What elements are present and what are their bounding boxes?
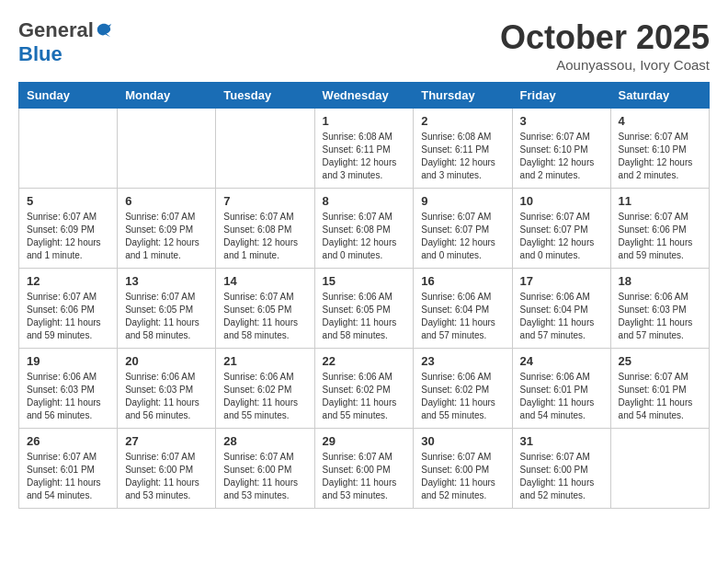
day-number: 3 — [520, 114, 603, 128]
calendar-cell: 28Sunrise: 6:07 AMSunset: 6:00 PMDayligh… — [216, 429, 314, 509]
location: Aounyassou, Ivory Coast — [500, 57, 710, 73]
calendar-cell: 9Sunrise: 6:07 AMSunset: 6:07 PMDaylight… — [414, 189, 512, 269]
page-header: General Blue October 2025 Aounyassou, Iv… — [18, 18, 710, 73]
day-info: Sunrise: 6:07 AMSunset: 6:00 PMDaylight:… — [520, 451, 603, 502]
day-number: 19 — [27, 354, 109, 368]
day-info: Sunrise: 6:06 AMSunset: 6:03 PMDaylight:… — [619, 291, 701, 342]
calendar-cell: 18Sunrise: 6:06 AMSunset: 6:03 PMDayligh… — [610, 269, 709, 349]
day-info: Sunrise: 6:07 AMSunset: 6:09 PMDaylight:… — [27, 211, 109, 262]
calendar-cell: 31Sunrise: 6:07 AMSunset: 6:00 PMDayligh… — [512, 429, 610, 509]
day-number: 17 — [520, 274, 603, 288]
calendar-cell: 4Sunrise: 6:07 AMSunset: 6:10 PMDaylight… — [610, 109, 709, 189]
day-info: Sunrise: 6:06 AMSunset: 6:03 PMDaylight:… — [125, 371, 208, 422]
title-section: October 2025 Aounyassou, Ivory Coast — [500, 18, 710, 73]
day-number: 22 — [323, 354, 406, 368]
day-info: Sunrise: 6:07 AMSunset: 6:01 PMDaylight:… — [619, 371, 701, 422]
calendar-header-monday: Monday — [118, 83, 216, 109]
calendar-cell: 26Sunrise: 6:07 AMSunset: 6:01 PMDayligh… — [19, 429, 118, 509]
calendar-cell: 27Sunrise: 6:07 AMSunset: 6:00 PMDayligh… — [118, 429, 216, 509]
day-info: Sunrise: 6:07 AMSunset: 6:10 PMDaylight:… — [520, 131, 603, 182]
day-number: 20 — [125, 354, 208, 368]
day-info: Sunrise: 6:06 AMSunset: 6:02 PMDaylight:… — [323, 371, 406, 422]
day-number: 12 — [27, 274, 109, 288]
calendar-header-friday: Friday — [512, 83, 610, 109]
day-info: Sunrise: 6:06 AMSunset: 6:03 PMDaylight:… — [27, 371, 109, 422]
day-number: 4 — [619, 114, 701, 128]
calendar-cell: 11Sunrise: 6:07 AMSunset: 6:06 PMDayligh… — [610, 189, 709, 269]
logo: General Blue — [18, 18, 112, 66]
day-info: Sunrise: 6:07 AMSunset: 6:09 PMDaylight:… — [125, 211, 208, 262]
calendar-table: SundayMondayTuesdayWednesdayThursdayFrid… — [18, 82, 710, 509]
calendar-header-saturday: Saturday — [610, 83, 709, 109]
calendar-cell: 19Sunrise: 6:06 AMSunset: 6:03 PMDayligh… — [19, 349, 118, 429]
calendar-cell: 17Sunrise: 6:06 AMSunset: 6:04 PMDayligh… — [512, 269, 610, 349]
calendar-cell: 20Sunrise: 6:06 AMSunset: 6:03 PMDayligh… — [118, 349, 216, 429]
day-number: 11 — [619, 194, 701, 208]
day-number: 14 — [223, 274, 306, 288]
calendar-cell: 30Sunrise: 6:07 AMSunset: 6:00 PMDayligh… — [414, 429, 512, 509]
calendar-cell: 6Sunrise: 6:07 AMSunset: 6:09 PMDaylight… — [118, 189, 216, 269]
calendar-header-row: SundayMondayTuesdayWednesdayThursdayFrid… — [19, 83, 710, 109]
day-info: Sunrise: 6:07 AMSunset: 6:00 PMDaylight:… — [223, 451, 306, 502]
logo-bird-icon — [96, 22, 112, 39]
day-number: 5 — [27, 194, 109, 208]
day-number: 16 — [421, 274, 504, 288]
day-number: 6 — [125, 194, 208, 208]
day-number: 15 — [323, 274, 406, 288]
day-info: Sunrise: 6:06 AMSunset: 6:02 PMDaylight:… — [223, 371, 306, 422]
day-info: Sunrise: 6:07 AMSunset: 6:10 PMDaylight:… — [619, 131, 701, 182]
calendar-cell: 10Sunrise: 6:07 AMSunset: 6:07 PMDayligh… — [512, 189, 610, 269]
day-info: Sunrise: 6:06 AMSunset: 6:05 PMDaylight:… — [323, 291, 406, 342]
day-number: 26 — [27, 434, 109, 448]
calendar-week-row: 12Sunrise: 6:07 AMSunset: 6:06 PMDayligh… — [19, 269, 710, 349]
calendar-cell: 1Sunrise: 6:08 AMSunset: 6:11 PMDaylight… — [314, 109, 414, 189]
calendar-week-row: 26Sunrise: 6:07 AMSunset: 6:01 PMDayligh… — [19, 429, 710, 509]
day-number: 28 — [223, 434, 306, 448]
calendar-cell: 12Sunrise: 6:07 AMSunset: 6:06 PMDayligh… — [19, 269, 118, 349]
calendar-header-sunday: Sunday — [19, 83, 118, 109]
calendar-cell: 22Sunrise: 6:06 AMSunset: 6:02 PMDayligh… — [314, 349, 414, 429]
day-info: Sunrise: 6:07 AMSunset: 6:07 PMDaylight:… — [421, 211, 504, 262]
calendar-cell: 8Sunrise: 6:07 AMSunset: 6:08 PMDaylight… — [314, 189, 414, 269]
day-number: 27 — [125, 434, 208, 448]
day-number: 18 — [619, 274, 701, 288]
day-number: 31 — [520, 434, 603, 448]
day-number: 25 — [619, 354, 701, 368]
day-info: Sunrise: 6:07 AMSunset: 6:05 PMDaylight:… — [125, 291, 208, 342]
month-title: October 2025 — [500, 18, 710, 57]
calendar-cell: 14Sunrise: 6:07 AMSunset: 6:05 PMDayligh… — [216, 269, 314, 349]
calendar-cell — [610, 429, 709, 509]
calendar-cell: 13Sunrise: 6:07 AMSunset: 6:05 PMDayligh… — [118, 269, 216, 349]
day-info: Sunrise: 6:06 AMSunset: 6:01 PMDaylight:… — [520, 371, 603, 422]
day-number: 21 — [223, 354, 306, 368]
day-info: Sunrise: 6:07 AMSunset: 6:00 PMDaylight:… — [323, 451, 406, 502]
day-number: 10 — [520, 194, 603, 208]
day-info: Sunrise: 6:08 AMSunset: 6:11 PMDaylight:… — [421, 131, 504, 182]
day-number: 23 — [421, 354, 504, 368]
day-number: 7 — [223, 194, 306, 208]
calendar-cell: 15Sunrise: 6:06 AMSunset: 6:05 PMDayligh… — [314, 269, 414, 349]
calendar-cell: 16Sunrise: 6:06 AMSunset: 6:04 PMDayligh… — [414, 269, 512, 349]
day-number: 8 — [323, 194, 406, 208]
day-info: Sunrise: 6:07 AMSunset: 6:00 PMDaylight:… — [125, 451, 208, 502]
calendar-cell: 25Sunrise: 6:07 AMSunset: 6:01 PMDayligh… — [610, 349, 709, 429]
calendar-week-row: 1Sunrise: 6:08 AMSunset: 6:11 PMDaylight… — [19, 109, 710, 189]
day-number: 29 — [323, 434, 406, 448]
day-info: Sunrise: 6:06 AMSunset: 6:02 PMDaylight:… — [421, 371, 504, 422]
day-info: Sunrise: 6:07 AMSunset: 6:08 PMDaylight:… — [223, 211, 306, 262]
logo-general: General — [18, 18, 94, 42]
calendar-week-row: 19Sunrise: 6:06 AMSunset: 6:03 PMDayligh… — [19, 349, 710, 429]
calendar-cell — [118, 109, 216, 189]
day-number: 30 — [421, 434, 504, 448]
day-info: Sunrise: 6:07 AMSunset: 6:07 PMDaylight:… — [520, 211, 603, 262]
calendar-cell: 21Sunrise: 6:06 AMSunset: 6:02 PMDayligh… — [216, 349, 314, 429]
calendar-cell: 3Sunrise: 6:07 AMSunset: 6:10 PMDaylight… — [512, 109, 610, 189]
calendar-header-wednesday: Wednesday — [314, 83, 414, 109]
day-info: Sunrise: 6:07 AMSunset: 6:06 PMDaylight:… — [27, 291, 109, 342]
day-info: Sunrise: 6:07 AMSunset: 6:05 PMDaylight:… — [223, 291, 306, 342]
logo-blue: Blue — [18, 42, 63, 66]
calendar-cell: 7Sunrise: 6:07 AMSunset: 6:08 PMDaylight… — [216, 189, 314, 269]
calendar-cell: 5Sunrise: 6:07 AMSunset: 6:09 PMDaylight… — [19, 189, 118, 269]
day-info: Sunrise: 6:07 AMSunset: 6:01 PMDaylight:… — [27, 451, 109, 502]
day-number: 9 — [421, 194, 504, 208]
